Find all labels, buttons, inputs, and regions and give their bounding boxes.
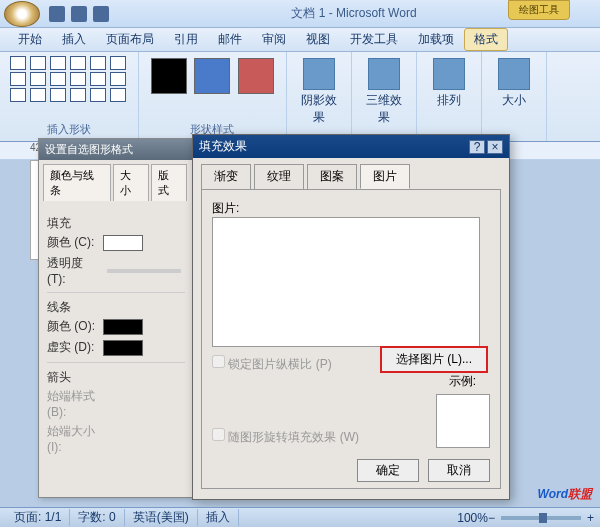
transparency-slider[interactable]: [107, 269, 181, 273]
dialog1-title[interactable]: 设置自选图形格式: [39, 139, 193, 160]
qat-redo-icon[interactable]: [93, 6, 109, 22]
rotate-fill-label: 随图形旋转填充效果 (W): [228, 430, 359, 444]
sample-label: 示例:: [449, 373, 476, 390]
select-picture-button[interactable]: 选择图片 (L)...: [380, 346, 488, 373]
size-button[interactable]: 大小: [492, 56, 536, 116]
tab-home[interactable]: 开始: [8, 28, 52, 51]
shape-icon[interactable]: [50, 56, 66, 70]
contextual-tab-group: 绘图工具: [508, 0, 570, 20]
line-color-picker[interactable]: [103, 319, 143, 335]
shape-gallery[interactable]: [10, 56, 128, 102]
shape-icon[interactable]: [90, 88, 106, 102]
qat-undo-icon[interactable]: [71, 6, 87, 22]
shape-icon[interactable]: [10, 88, 26, 102]
tab-gradient[interactable]: 渐变: [201, 164, 251, 189]
ribbon-group-3d: 三维效果: [352, 52, 417, 141]
threeD-button[interactable]: 三维效果: [362, 56, 406, 116]
shape-icon[interactable]: [30, 56, 46, 70]
watermark-word: Word: [538, 487, 568, 501]
ribbon-group-shadow: 阴影效果: [287, 52, 352, 141]
tab-colors-lines[interactable]: 颜色与线条: [43, 164, 111, 201]
dialog1-body: 填充 颜色 (C): 透明度 (T): 线条 颜色 (O): 虚实 (D): 箭…: [39, 201, 193, 466]
style-swatch[interactable]: [194, 58, 230, 94]
watermark-text: 联盟: [568, 487, 592, 501]
dialog1-tabs: 颜色与线条 大小 版式: [39, 160, 193, 201]
threeD-label: 三维效果: [366, 93, 402, 124]
dashed-picker[interactable]: [103, 340, 143, 356]
status-language[interactable]: 英语(美国): [125, 509, 198, 526]
cancel-button[interactable]: 取消: [428, 459, 490, 482]
ok-button[interactable]: 确定: [357, 459, 419, 482]
shape-icon[interactable]: [50, 72, 66, 86]
ribbon-tabs: 开始 插入 页面布局 引用 邮件 审阅 视图 开发工具 加载项 格式: [0, 28, 600, 52]
tab-texture[interactable]: 纹理: [254, 164, 304, 189]
arrange-button[interactable]: 排列: [427, 56, 471, 116]
dialog2-buttons: 确定 取消: [351, 459, 490, 482]
rotate-fill-checkbox[interactable]: 随图形旋转填充效果 (W): [212, 428, 359, 446]
tab-review[interactable]: 审阅: [252, 28, 296, 51]
zoom-control: 100% − +: [457, 511, 594, 525]
tab-size[interactable]: 大小: [113, 164, 149, 201]
shape-icon[interactable]: [70, 88, 86, 102]
dialog2-titlebar[interactable]: 填充效果 ?×: [193, 135, 509, 158]
line-section-label: 线条: [47, 299, 185, 316]
status-bar: 页面: 1/1 字数: 0 英语(美国) 插入 100% − +: [0, 507, 600, 527]
tab-layout[interactable]: 页面布局: [96, 28, 164, 51]
fill-color-picker[interactable]: [103, 235, 143, 251]
status-words[interactable]: 字数: 0: [70, 509, 124, 526]
shape-icon[interactable]: [110, 88, 126, 102]
tab-insert[interactable]: 插入: [52, 28, 96, 51]
lock-ratio-label: 锁定图片纵横比 (P): [228, 357, 331, 371]
format-autoshape-dialog: 设置自选图形格式 颜色与线条 大小 版式 填充 颜色 (C): 透明度 (T):…: [38, 138, 194, 498]
office-button[interactable]: [4, 1, 40, 27]
zoom-slider[interactable]: [501, 516, 581, 520]
shape-icon[interactable]: [70, 72, 86, 86]
status-insert[interactable]: 插入: [198, 509, 239, 526]
shape-icon[interactable]: [110, 56, 126, 70]
group-label-shapes: 插入形状: [47, 120, 91, 137]
line-color-label: 颜色 (O):: [47, 318, 103, 335]
shadow-button[interactable]: 阴影效果: [297, 56, 341, 116]
style-gallery[interactable]: [149, 56, 276, 99]
tab-pattern[interactable]: 图案: [307, 164, 357, 189]
sample-preview: [436, 394, 490, 448]
dialog2-tabs: 渐变 纹理 图案 图片: [193, 158, 509, 189]
shape-icon[interactable]: [10, 72, 26, 86]
style-swatch[interactable]: [151, 58, 187, 94]
tab-picture[interactable]: 图片: [360, 164, 410, 189]
tab-references[interactable]: 引用: [164, 28, 208, 51]
qat-save-icon[interactable]: [49, 6, 65, 22]
ribbon-group-shapes: 插入形状: [0, 52, 139, 141]
tab-format[interactable]: 格式: [464, 28, 508, 51]
shape-icon[interactable]: [10, 56, 26, 70]
zoom-thumb[interactable]: [539, 513, 547, 523]
fill-effects-dialog: 填充效果 ?× 渐变 纹理 图案 图片 图片: 选择图片 (L)... 锁定图片…: [192, 134, 510, 500]
fill-color-label: 颜色 (C):: [47, 234, 103, 251]
zoom-out-icon[interactable]: −: [488, 511, 495, 525]
status-page[interactable]: 页面: 1/1: [6, 509, 70, 526]
title-bar: 文档 1 - Microsoft Word 绘图工具: [0, 0, 600, 28]
shape-icon[interactable]: [90, 72, 106, 86]
tab-layout[interactable]: 版式: [151, 164, 187, 201]
shape-icon[interactable]: [110, 72, 126, 86]
tab-view[interactable]: 视图: [296, 28, 340, 51]
arrow-section-label: 箭头: [47, 369, 185, 386]
tab-developer[interactable]: 开发工具: [340, 28, 408, 51]
zoom-level[interactable]: 100%: [457, 511, 488, 525]
zoom-in-icon[interactable]: +: [587, 511, 594, 525]
style-swatch[interactable]: [238, 58, 274, 94]
help-icon[interactable]: ?: [469, 140, 485, 154]
shape-icon[interactable]: [70, 56, 86, 70]
picture-preview: [212, 217, 480, 347]
tab-mailings[interactable]: 邮件: [208, 28, 252, 51]
contextual-group-label: 绘图工具: [519, 3, 559, 17]
tab-addins[interactable]: 加载项: [408, 28, 464, 51]
shape-icon[interactable]: [30, 88, 46, 102]
shape-icon[interactable]: [30, 72, 46, 86]
close-icon[interactable]: ×: [487, 140, 503, 154]
picture-label: 图片:: [212, 200, 490, 217]
shape-icon[interactable]: [50, 88, 66, 102]
arrange-icon: [433, 58, 465, 90]
shape-icon[interactable]: [90, 56, 106, 70]
dialog2-body: 图片: 选择图片 (L)... 锁定图片纵横比 (P) 示例: 随图形旋转填充效…: [201, 189, 501, 489]
